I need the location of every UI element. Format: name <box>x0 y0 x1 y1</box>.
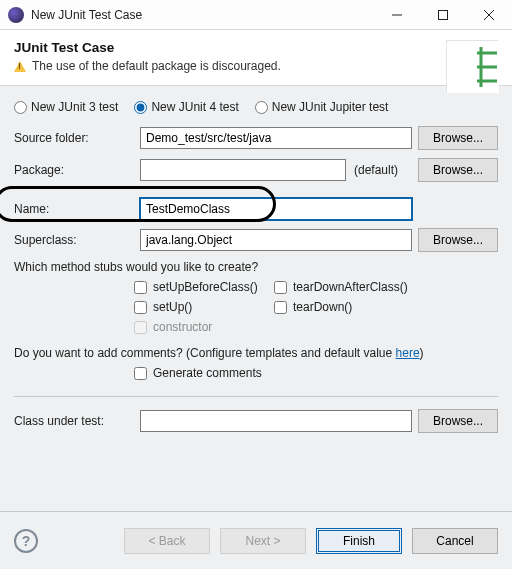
comments-question-a: Do you want to add comments? (Configure … <box>14 346 396 360</box>
check-generate-comments[interactable]: Generate comments <box>134 366 262 380</box>
finish-button[interactable]: Finish <box>316 528 402 554</box>
junit-wizard-icon <box>446 40 498 92</box>
svg-rect-1 <box>439 10 448 19</box>
row-name: Name: <box>14 198 498 220</box>
browse-source-folder-button[interactable]: Browse... <box>418 126 498 150</box>
radio-jupiter[interactable]: New JUnit Jupiter test <box>255 100 389 114</box>
warning-text: The use of the default package is discou… <box>32 59 281 73</box>
check-teardown-input[interactable] <box>274 301 287 314</box>
eclipse-icon <box>8 7 24 23</box>
window-title: New JUnit Test Case <box>31 8 374 22</box>
radio-jupiter-label: New JUnit Jupiter test <box>272 100 389 114</box>
browse-superclass-button[interactable]: Browse... <box>418 228 498 252</box>
title-bar: New JUnit Test Case <box>0 0 512 30</box>
button-bar: ? < Back Next > Finish Cancel <box>0 511 512 569</box>
row-source-folder: Source folder: Browse... <box>14 126 498 150</box>
stubs-grid: setUpBeforeClass() tearDownAfterClass() … <box>134 280 498 334</box>
check-generate-comments-input[interactable] <box>134 367 147 380</box>
input-superclass[interactable] <box>140 229 412 251</box>
check-constructor-input <box>134 321 147 334</box>
comments-question: Do you want to add comments? (Configure … <box>14 346 498 360</box>
check-constructor: constructor <box>134 320 274 334</box>
check-teardownafterclass-label: tearDownAfterClass() <box>293 280 408 294</box>
radio-junit4-label: New JUnit 4 test <box>151 100 238 114</box>
label-name: Name: <box>14 202 134 216</box>
label-package: Package: <box>14 163 134 177</box>
stubs-question: Which method stubs would you like to cre… <box>14 260 498 274</box>
check-teardownafterclass-input[interactable] <box>274 281 287 294</box>
label-superclass: Superclass: <box>14 233 134 247</box>
check-setupbeforeclass-label: setUpBeforeClass() <box>153 280 258 294</box>
warning-icon <box>14 61 26 72</box>
close-button[interactable] <box>466 0 512 30</box>
check-setupbeforeclass[interactable]: setUpBeforeClass() <box>134 280 274 294</box>
check-teardown[interactable]: tearDown() <box>274 300 434 314</box>
check-setup-label: setUp() <box>153 300 192 314</box>
radio-junit3-input[interactable] <box>14 101 27 114</box>
separator <box>14 396 498 397</box>
label-class-under-test: Class under test: <box>14 414 134 428</box>
check-teardownafterclass[interactable]: tearDownAfterClass() <box>274 280 434 294</box>
browse-package-button[interactable]: Browse... <box>418 158 498 182</box>
junit-version-radios: New JUnit 3 test New JUnit 4 test New JU… <box>14 100 498 114</box>
check-setupbeforeclass-input[interactable] <box>134 281 147 294</box>
row-superclass: Superclass: Browse... <box>14 228 498 252</box>
input-source-folder[interactable] <box>140 127 412 149</box>
next-button: Next > <box>220 528 306 554</box>
check-setup-input[interactable] <box>134 301 147 314</box>
help-button[interactable]: ? <box>14 529 38 553</box>
input-class-under-test[interactable] <box>140 410 412 432</box>
browse-class-under-test-button[interactable]: Browse... <box>418 409 498 433</box>
warning-row: The use of the default package is discou… <box>14 59 498 73</box>
wizard-body: New JUnit 3 test New JUnit 4 test New JU… <box>0 86 512 433</box>
label-source-folder: Source folder: <box>14 131 134 145</box>
check-setup[interactable]: setUp() <box>134 300 274 314</box>
check-teardown-label: tearDown() <box>293 300 352 314</box>
radio-jupiter-input[interactable] <box>255 101 268 114</box>
radio-junit4-input[interactable] <box>134 101 147 114</box>
row-package: Package: (default) Browse... <box>14 158 498 182</box>
radio-junit3-label: New JUnit 3 test <box>31 100 118 114</box>
page-title: JUnit Test Case <box>14 40 498 55</box>
comments-question-b: ) <box>420 346 424 360</box>
cancel-button[interactable]: Cancel <box>412 528 498 554</box>
radio-junit3[interactable]: New JUnit 3 test <box>14 100 118 114</box>
input-name[interactable] <box>140 198 412 220</box>
radio-junit4[interactable]: New JUnit 4 test <box>134 100 238 114</box>
configure-templates-link[interactable]: here <box>396 346 420 360</box>
hint-package-default: (default) <box>352 163 412 177</box>
check-generate-comments-label: Generate comments <box>153 366 262 380</box>
input-package[interactable] <box>140 159 346 181</box>
wizard-header: JUnit Test Case The use of the default p… <box>0 30 512 86</box>
check-constructor-label: constructor <box>153 320 212 334</box>
row-class-under-test: Class under test: Browse... <box>14 409 498 433</box>
minimize-button[interactable] <box>374 0 420 30</box>
maximize-button[interactable] <box>420 0 466 30</box>
back-button: < Back <box>124 528 210 554</box>
